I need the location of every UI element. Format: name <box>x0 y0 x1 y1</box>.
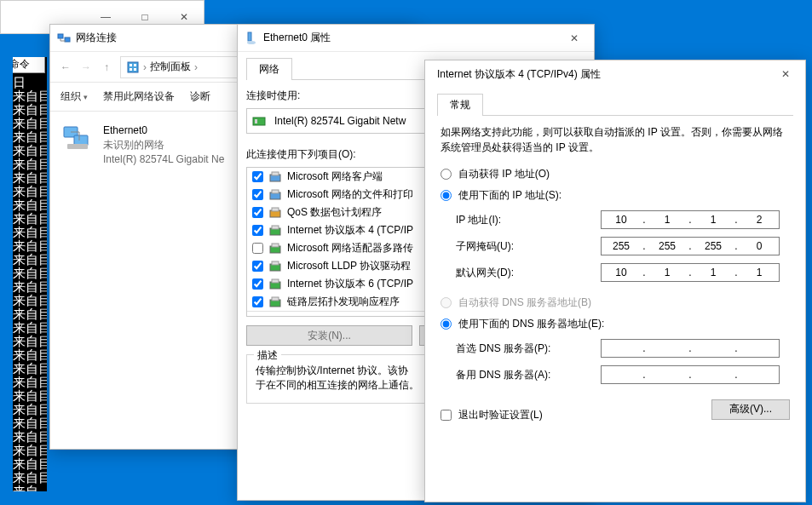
svg-rect-23 <box>272 244 279 247</box>
ip-octet[interactable]: 1 <box>694 214 733 226</box>
window-title: Ethernet0 属性 <box>263 31 555 45</box>
protocol-checkbox[interactable] <box>252 171 263 182</box>
protocol-checkbox[interactable] <box>252 207 263 218</box>
adapter-name: Intel(R) 82574L Gigabit Netw <box>274 115 406 127</box>
protocol-checkbox[interactable] <box>252 261 263 272</box>
radio-auto-ip[interactable] <box>441 169 452 180</box>
svg-rect-9 <box>67 144 88 149</box>
description-label: 描述 <box>254 348 281 363</box>
protocol-icon <box>268 188 282 202</box>
ip-octet[interactable]: 1 <box>648 214 687 226</box>
back-button[interactable]: ← <box>55 57 76 77</box>
protocol-checkbox[interactable] <box>252 296 263 307</box>
protocol-checkbox[interactable] <box>252 189 263 200</box>
svg-rect-29 <box>272 297 279 301</box>
tab-network[interactable]: 网络 <box>246 58 292 80</box>
protocol-icon <box>268 224 282 238</box>
cmd-output: 日来自目自目 1来自目自目 1来自目自目 1来自目自目 1来自目自目 1来自目自… <box>13 76 47 491</box>
validate-checkbox[interactable] <box>441 410 452 421</box>
organize-menu[interactable]: 组织 <box>60 89 88 104</box>
protocol-icon <box>268 296 282 309</box>
ip-octet[interactable]: 255 <box>694 240 733 252</box>
diagnose-button[interactable]: 诊断 <box>190 89 210 104</box>
protocol-label: Internet 协议版本 4 (TCP/IP <box>287 223 413 238</box>
description-text: 如果网络支持此功能，则可以获取自动指派的 IP 设置。否则，你需要从网络系统管理… <box>441 124 790 155</box>
window-title: Internet 协议版本 4 (TCP/IPv4) 属性 <box>432 67 766 82</box>
preferred-dns-field[interactable]: ... <box>601 339 780 358</box>
disable-device-button[interactable]: 禁用此网络设备 <box>103 89 175 104</box>
svg-rect-6 <box>134 68 136 71</box>
alternate-dns-field[interactable]: ... <box>601 365 780 384</box>
protocol-label: Microsoft LLDP 协议驱动程 <box>287 259 411 273</box>
close-button[interactable]: ✕ <box>555 25 594 52</box>
radio-manual-ip[interactable] <box>441 190 452 201</box>
properties-icon <box>245 32 258 45</box>
adapter-icon <box>62 123 96 154</box>
crumb-control-panel[interactable]: 控制面板 <box>150 60 191 74</box>
adapter-status: 未识别的网络 <box>103 138 224 152</box>
protocol-icon <box>268 260 282 273</box>
svg-rect-3 <box>130 64 132 66</box>
svg-rect-27 <box>272 279 279 283</box>
adapter-name: Ethernet0 <box>103 123 224 138</box>
protocol-label: Internet 协议版本 6 (TCP/IP <box>287 277 413 291</box>
ip-octet[interactable]: 1 <box>648 267 687 278</box>
ip-octet[interactable]: 255 <box>602 240 641 252</box>
manual-ip-label: 使用下面的 IP 地址(S): <box>458 188 561 203</box>
auto-dns-label: 自动获得 DNS 服务器地址(B) <box>458 296 591 310</box>
adapter-model: Intel(R) 82574L Gigabit Ne <box>103 152 224 167</box>
cmd-title-frag: 命令 <box>13 57 45 73</box>
svg-rect-19 <box>272 208 279 211</box>
radio-manual-dns[interactable] <box>441 318 452 330</box>
protocol-icon <box>268 206 282 220</box>
ip-octet[interactable]: 10 <box>602 214 641 226</box>
protocol-checkbox[interactable] <box>252 225 263 236</box>
up-button[interactable]: ↑ <box>96 57 117 77</box>
svg-rect-13 <box>255 119 257 123</box>
svg-rect-15 <box>272 172 279 175</box>
svg-rect-10 <box>248 32 251 41</box>
protocol-icon <box>268 170 282 184</box>
nic-icon <box>252 115 268 127</box>
titlebar[interactable]: Internet 协议版本 4 (TCP/IPv4) 属性 ✕ <box>425 60 805 88</box>
ip-address-field[interactable]: 10.1.1.2 <box>601 210 780 229</box>
tab-general[interactable]: 常规 <box>437 94 483 116</box>
svg-rect-2 <box>128 62 138 72</box>
gateway-label: 默认网关(D): <box>456 266 601 280</box>
close-button[interactable]: ✕ <box>766 60 805 88</box>
command-prompt-window: 命令 日来自目自目 1来自目自目 1来自目自目 1来自目自目 1来自目自目 1来… <box>13 57 47 491</box>
subnet-mask-label: 子网掩码(U): <box>456 239 601 254</box>
ip-octet[interactable]: 255 <box>648 240 687 252</box>
ipv4-properties-window: Internet 协议版本 4 (TCP/IPv4) 属性 ✕ 常规 如果网络支… <box>424 60 806 502</box>
svg-rect-0 <box>58 34 63 38</box>
advanced-button[interactable]: 高级(V)... <box>711 399 790 420</box>
manual-dns-label: 使用下面的 DNS 服务器地址(E): <box>458 317 604 331</box>
preferred-dns-label: 首选 DNS 服务器(P): <box>456 341 601 356</box>
titlebar[interactable]: Ethernet0 属性 ✕ <box>238 25 594 52</box>
protocol-checkbox[interactable] <box>252 278 263 290</box>
protocol-checkbox[interactable] <box>252 243 263 254</box>
subnet-mask-field[interactable]: 255.255.255.0 <box>601 237 780 255</box>
forward-button[interactable]: → <box>76 57 96 77</box>
svg-rect-4 <box>134 64 136 66</box>
ip-octet[interactable]: 1 <box>694 267 733 278</box>
svg-rect-17 <box>272 190 279 193</box>
auto-ip-label: 自动获得 IP 地址(O) <box>458 167 550 181</box>
ip-octet[interactable]: 1 <box>740 267 779 278</box>
ip-octet[interactable]: 2 <box>740 214 779 226</box>
ip-octet[interactable]: 10 <box>602 267 641 278</box>
network-icon <box>57 32 71 45</box>
protocol-icon <box>268 278 282 291</box>
protocol-label: 链路层拓扑发现响应程序 <box>287 295 400 309</box>
radio-auto-dns <box>441 297 452 308</box>
protocol-label: Microsoft 网络的文件和打印 <box>287 187 413 202</box>
install-button[interactable]: 安装(N)... <box>246 325 412 346</box>
ip-octet[interactable]: 0 <box>740 240 779 252</box>
validate-label: 退出时验证设置(L) <box>458 408 543 422</box>
alternate-dns-label: 备用 DNS 服务器(A): <box>456 368 601 382</box>
svg-rect-5 <box>130 68 132 71</box>
protocol-label: Microsoft 网络适配器多路传 <box>287 241 413 255</box>
gateway-field[interactable]: 10.1.1.1 <box>601 263 780 282</box>
protocol-icon <box>268 242 282 255</box>
svg-point-11 <box>247 41 256 44</box>
